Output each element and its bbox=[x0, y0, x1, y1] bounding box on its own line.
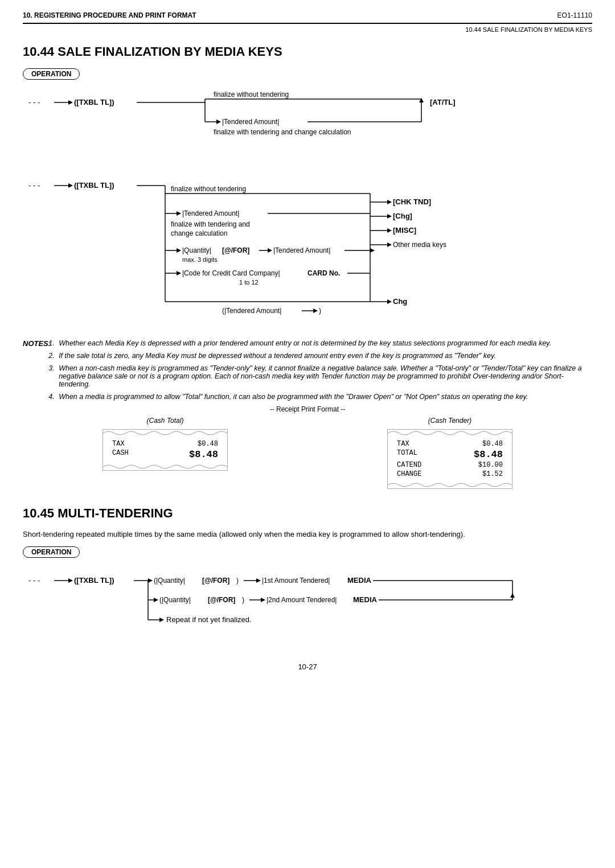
cash-tender-block: (Cash Tender) TAX $0.48 TOTAL $8.48 CATE… bbox=[387, 417, 512, 489]
diagram1-svg: - - - ([TXBL TL]) finalize without tende… bbox=[23, 88, 535, 162]
receipt2-total-label: TOTAL bbox=[397, 449, 417, 460]
svg-text:(|Quantity|: (|Quantity| bbox=[159, 596, 191, 604]
svg-text:Other media keys: Other media keys bbox=[393, 241, 446, 249]
svg-text:Repeat if not yet finalized.: Repeat if not yet finalized. bbox=[166, 615, 252, 624]
svg-marker-50 bbox=[387, 200, 392, 204]
svg-marker-93 bbox=[261, 598, 265, 602]
receipt2-tax-value: $0.48 bbox=[482, 440, 503, 448]
svg-text:[AT/TL]: [AT/TL] bbox=[430, 98, 456, 106]
page-number: 10-27 bbox=[23, 663, 592, 671]
diagram3-svg: - - - ([TXBL TL]) (|Quantity| [@/FOR] ) … bbox=[23, 566, 564, 645]
receipt2-catend-value: $10.00 bbox=[478, 461, 503, 469]
receipt-print-header: -- Receipt Print Format -- bbox=[23, 405, 592, 413]
wavy-bottom-1 bbox=[103, 463, 227, 470]
svg-text:- - -: - - - bbox=[28, 576, 40, 585]
receipt1-cash-label: CASH bbox=[112, 449, 129, 460]
svg-marker-40 bbox=[370, 248, 375, 253]
notes-container: NOTES: Whether each Media Key is depress… bbox=[23, 339, 592, 405]
wavy-top-1 bbox=[103, 430, 227, 437]
receipt2-tax-line: TAX $0.48 bbox=[397, 440, 503, 448]
receipt1-cash-line: CASH $8.48 bbox=[112, 449, 218, 460]
svg-marker-73 bbox=[68, 578, 73, 583]
svg-text:- - -: - - - bbox=[28, 181, 40, 190]
svg-text:(|Tendered Amount|: (|Tendered Amount| bbox=[222, 307, 281, 315]
svg-text:|Tendered Amount|: |Tendered Amount| bbox=[222, 118, 279, 126]
svg-text:MEDIA: MEDIA bbox=[347, 576, 372, 585]
cash-tender-label: (Cash Tender) bbox=[387, 417, 512, 425]
svg-text:[@/FOR]: [@/FOR] bbox=[202, 577, 229, 585]
svg-text:1 to 12: 1 to 12 bbox=[239, 279, 259, 286]
receipt2-catend-line: CATEND $10.00 bbox=[397, 461, 503, 469]
svg-text:|Quantity|: |Quantity| bbox=[182, 246, 211, 254]
svg-marker-10 bbox=[419, 98, 424, 102]
svg-text:(|Quantity|: (|Quantity| bbox=[154, 577, 185, 585]
svg-marker-76 bbox=[148, 578, 153, 583]
operation-badge-2: OPERATION bbox=[23, 546, 80, 558]
svg-text:change calculation: change calculation bbox=[171, 229, 227, 237]
svg-marker-68 bbox=[313, 308, 318, 313]
receipt1-tax-line: TAX $0.48 bbox=[112, 440, 218, 448]
receipt1-cash-value: $8.48 bbox=[189, 449, 218, 460]
receipt-section: -- Receipt Print Format -- (Cash Total) … bbox=[23, 405, 592, 489]
note-2: If the sale total is zero, any Media Key… bbox=[56, 352, 592, 360]
receipt2-catend-label: CATEND bbox=[397, 461, 421, 469]
wavy-top-2 bbox=[388, 430, 512, 437]
svg-text:[@/FOR]: [@/FOR] bbox=[208, 596, 235, 604]
operation-badge-1: OPERATION bbox=[23, 68, 80, 80]
cash-total-label: (Cash Total) bbox=[102, 417, 228, 425]
section2-desc: Short-tendering repeated multiple times … bbox=[23, 530, 592, 538]
svg-marker-14 bbox=[216, 120, 221, 124]
svg-text:finalize with tendering and: finalize with tendering and bbox=[171, 220, 250, 228]
wavy-bottom-2 bbox=[388, 482, 512, 488]
receipt2-change-value: $1.52 bbox=[482, 470, 503, 478]
note-4: When a media is programmed to allow "Tot… bbox=[56, 393, 592, 401]
svg-marker-33 bbox=[177, 248, 181, 253]
svg-text:): ) bbox=[242, 596, 244, 604]
section1-title: 10.44 SALE FINALIZATION BY MEDIA KEYS bbox=[23, 44, 592, 59]
page-header: 10. REGISTERING PROCEDURE AND PRINT FORM… bbox=[23, 11, 592, 24]
svg-marker-56 bbox=[387, 228, 392, 233]
receipt2-change-line: CHANGE $1.52 bbox=[397, 470, 503, 478]
receipt1-tax-label: TAX bbox=[112, 440, 125, 448]
svg-marker-53 bbox=[387, 214, 392, 219]
svg-text:|2nd Amount Tendered|: |2nd Amount Tendered| bbox=[266, 596, 337, 604]
header-right: EO1-11110 bbox=[557, 11, 592, 19]
diagram2-svg: - - - ([TXBL TL]) finalize without tende… bbox=[23, 171, 535, 330]
svg-text:CARD No.: CARD No. bbox=[308, 269, 340, 277]
svg-text:max. 3 digits: max. 3 digits bbox=[182, 256, 218, 263]
cash-total-block: (Cash Total) TAX $0.48 CASH $8.48 bbox=[102, 417, 228, 471]
svg-marker-37 bbox=[268, 248, 272, 253]
svg-text:([TXBL TL]): ([TXBL TL]) bbox=[74, 98, 114, 106]
svg-text:([TXBL TL]): ([TXBL TL]) bbox=[74, 181, 114, 190]
svg-text:[Chg]: [Chg] bbox=[393, 212, 412, 220]
receipt2-total-value: $8.48 bbox=[474, 449, 503, 460]
svg-marker-97 bbox=[510, 593, 515, 598]
svg-text:finalize without tendering: finalize without tendering bbox=[214, 90, 289, 98]
svg-marker-88 bbox=[154, 598, 158, 602]
page-subheader: 10.44 SALE FINALIZATION BY MEDIA KEYS bbox=[23, 26, 592, 33]
receipt-row: (Cash Total) TAX $0.48 CASH $8.48 bbox=[23, 417, 592, 489]
svg-marker-81 bbox=[256, 578, 261, 583]
svg-text:finalize without tendering: finalize without tendering bbox=[171, 185, 246, 193]
receipt1-tax-value: $0.48 bbox=[198, 440, 218, 448]
svg-marker-43 bbox=[177, 271, 181, 275]
section2-title: 10.45 MULTI-TENDERING bbox=[23, 506, 592, 521]
header-left: 10. REGISTERING PROCEDURE AND PRINT FORM… bbox=[23, 11, 196, 19]
svg-text:|Tendered Amount|: |Tendered Amount| bbox=[182, 209, 239, 217]
svg-text:[MISC]: [MISC] bbox=[393, 226, 416, 235]
svg-text:- - -: - - - bbox=[28, 98, 40, 106]
svg-text:|Tendered Amount|: |Tendered Amount| bbox=[273, 246, 330, 254]
svg-text:|Code for Credit Card Company|: |Code for Credit Card Company| bbox=[182, 269, 280, 277]
note-3: When a non-cash media key is programmed … bbox=[56, 364, 592, 388]
svg-text:|1st Amount Tendered|: |1st Amount Tendered| bbox=[262, 577, 330, 585]
receipt2-change-label: CHANGE bbox=[397, 470, 421, 478]
section2: 10.45 MULTI-TENDERING Short-tendering re… bbox=[23, 506, 592, 645]
svg-text:[@/FOR]: [@/FOR] bbox=[222, 246, 249, 254]
svg-text:MEDIA: MEDIA bbox=[353, 595, 378, 604]
receipt-ticket-1: TAX $0.48 CASH $8.48 bbox=[102, 429, 228, 471]
receipt-ticket-2: TAX $0.48 TOTAL $8.48 CATEND $10.00 CHAN… bbox=[387, 429, 512, 489]
note-1: Whether each Media Key is depressed with… bbox=[56, 339, 592, 347]
svg-text:([TXBL TL]): ([TXBL TL]) bbox=[74, 576, 114, 585]
receipt2-total-line: TOTAL $8.48 bbox=[397, 449, 503, 460]
svg-text:Chg: Chg bbox=[393, 297, 407, 306]
